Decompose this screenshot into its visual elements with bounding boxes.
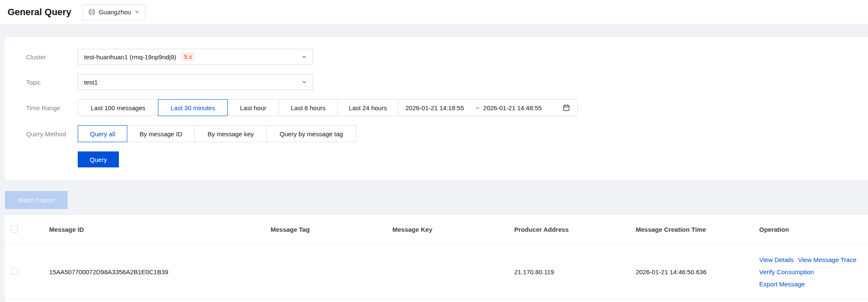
query-method-option-by-message-tag[interactable]: Query by message tag	[266, 125, 356, 142]
query-method-label: Query Method	[26, 130, 78, 138]
column-header-operation: Operation	[759, 226, 868, 233]
table-row: 15AA507700072D98A3356A2B1E0C1B39 21.170.…	[5, 244, 868, 299]
date-range-separator: ~	[476, 104, 479, 111]
select-all-checkbox[interactable]	[11, 225, 18, 233]
export-message-link[interactable]: Export Message	[759, 281, 805, 288]
time-range-label: Time Range	[26, 104, 78, 111]
cell-operations: View DetailsView Message Trace Verify Co…	[759, 254, 868, 290]
query-method-option-by-message-id[interactable]: By message ID	[127, 125, 195, 142]
region-label: Guangzhou	[99, 8, 132, 16]
time-range-option-last-100-messages[interactable]: Last 100 messages	[78, 99, 158, 116]
query-method-group: Query all By message ID By message key Q…	[78, 125, 356, 142]
column-header-message-id: Message ID	[49, 226, 271, 233]
table-header-checkbox-cell	[5, 225, 49, 234]
cluster-label: Cluster	[26, 53, 78, 61]
chevron-down-icon	[302, 53, 307, 61]
column-header-message-key: Message Key	[392, 226, 514, 233]
view-details-link[interactable]: View Details	[759, 256, 794, 263]
cluster-select[interactable]: test-huanhuan1 (rmq-19np9ndj9) 5.x	[78, 49, 313, 65]
column-header-message-creation-time: Message Creation Time	[636, 226, 759, 233]
cluster-row: Cluster test-huanhuan1 (rmq-19np9ndj9) 5…	[5, 49, 868, 65]
time-range-group: Last 100 messages Last 30 minutes Last h…	[78, 99, 578, 116]
top-bar: General Query Guangzhou	[0, 0, 868, 24]
query-button[interactable]: Query	[78, 151, 119, 167]
date-range-picker[interactable]: 2026-01-21 14:18:55 ~ 2026-01-21 14:48:5…	[398, 99, 578, 116]
query-method-option-query-all[interactable]: Query all	[78, 125, 127, 142]
cluster-version-badge: 5.x	[181, 53, 195, 61]
batch-export-button[interactable]: Batch Export	[5, 191, 68, 209]
time-range-option-last-30-minutes[interactable]: Last 30 minutes	[158, 99, 228, 116]
topic-label: Topic	[26, 79, 78, 86]
cell-message-id: 15AA507700072D98A3356A2B1E0C1B39	[49, 268, 271, 276]
date-range-end: 2026-01-21 14:48:55	[483, 104, 542, 111]
row-checkbox-cell	[5, 268, 49, 276]
column-header-message-tag: Message Tag	[271, 226, 392, 233]
topic-select[interactable]: test1	[78, 74, 313, 90]
time-range-option-last-hour[interactable]: Last hour	[227, 99, 279, 116]
globe-icon	[88, 8, 95, 16]
chevron-down-icon	[134, 8, 139, 16]
view-message-trace-link[interactable]: View Message Trace	[798, 256, 856, 263]
date-range-start: 2026-01-21 14:18:55	[405, 104, 464, 111]
time-range-option-last-6-hours[interactable]: Last 6 hours	[279, 99, 338, 116]
query-method-row: Query Method Query all By message ID By …	[5, 125, 868, 142]
page-title: General Query	[8, 7, 71, 18]
calendar-icon[interactable]	[563, 104, 570, 111]
row-checkbox[interactable]	[11, 268, 18, 275]
verify-consumption-link[interactable]: Verify Consumption	[759, 268, 814, 276]
time-range-row: Time Range Last 100 messages Last 30 min…	[5, 99, 868, 116]
message-table: Message ID Message Tag Message Key Produ…	[5, 215, 868, 302]
region-selector[interactable]: Guangzhou	[82, 4, 146, 20]
cell-producer-address: 21.170.80.119	[514, 268, 636, 276]
column-header-producer-address: Producer Address	[514, 226, 636, 233]
cluster-select-value: test-huanhuan1 (rmq-19np9ndj9)	[84, 53, 176, 61]
topic-row: Topic test1	[5, 74, 868, 90]
table-header-row: Message ID Message Tag Message Key Produ…	[5, 215, 868, 244]
query-form-panel: Cluster test-huanhuan1 (rmq-19np9ndj9) 5…	[5, 37, 868, 180]
chevron-down-icon	[302, 79, 307, 86]
time-range-option-last-24-hours[interactable]: Last 24 hours	[337, 99, 398, 116]
query-button-row: Query	[5, 151, 868, 167]
query-method-option-by-message-key[interactable]: By message key	[195, 125, 267, 142]
topic-select-value: test1	[84, 79, 98, 86]
cell-creation-time: 2026-01-21 14:46:50.636	[636, 268, 759, 276]
